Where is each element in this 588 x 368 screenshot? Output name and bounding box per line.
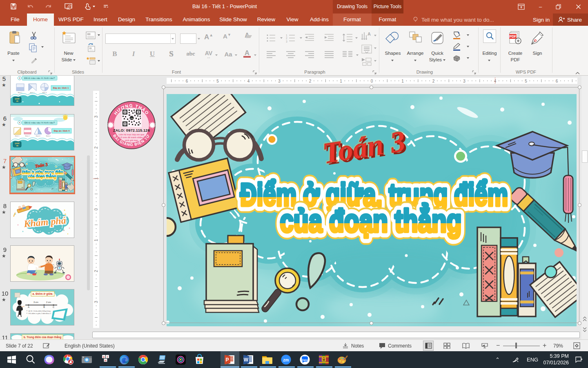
svg-text:Đã tô màu vào ⅕ hình nào?: Đã tô màu vào ⅕ hình nào? (24, 77, 56, 79)
svg-text:B là điểm ở giữa 2 điểm A và C: B là điểm ở giữa 2 điểm A và C (29, 312, 51, 314)
svg-text:Liên hệ trực tiếp em qua: Liên hệ trực tiếp em qua (119, 133, 145, 136)
svg-text:B: B (43, 306, 45, 308)
svg-text:3 cm: 3 cm (33, 301, 38, 303)
svg-text:VỀ: VỀ (16, 145, 18, 147)
svg-text:P: P (225, 357, 229, 363)
svg-text:PDF: PDF (510, 34, 517, 38)
svg-text:0: 0 (371, 79, 373, 83)
svg-text:QUAY: QUAY (15, 142, 20, 144)
svg-text:n: n (105, 359, 106, 362)
svg-text:ZALO: 0972.115.126: ZALO: 0972.115.126 (113, 128, 150, 132)
svg-text:2 cm: 2 cm (46, 301, 51, 303)
svg-text:4: 4 (247, 79, 250, 83)
svg-text:3: 3 (94, 115, 98, 118)
svg-text:1: 1 (401, 79, 404, 83)
svg-text:Hình 2: Hình 2 (25, 135, 29, 137)
svg-text:Zalo: Zalo (130, 118, 133, 119)
svg-text:b. Trung điểm của đoạn thẳng: b. Trung điểm của đoạn thẳng (24, 335, 61, 339)
svg-text:QUAY: QUAY (15, 98, 20, 100)
svg-text:A: A (28, 306, 29, 308)
svg-text:4: 4 (19, 121, 20, 124)
svg-text:3: 3 (286, 40, 287, 43)
svg-text:5: 5 (525, 79, 527, 83)
svg-text:3: 3 (463, 79, 466, 83)
svg-text:1: 1 (340, 79, 342, 83)
svg-text:i: i (107, 355, 108, 358)
svg-text:2: 2 (94, 146, 98, 149)
svg-text:u: u (103, 355, 105, 358)
svg-text:Đáp án: Hình 1: Đáp án: Hình 1 (53, 87, 69, 89)
svg-text:Hình 3: Hình 3 (36, 135, 40, 137)
svg-text:a. Điểm ở giữa: a. Điểm ở giữa (33, 292, 53, 296)
svg-text:3: 3 (19, 77, 20, 79)
svg-text:A: A (368, 31, 371, 36)
svg-text:Zalo: Zalo (302, 358, 308, 362)
svg-text:Đã tô màu vào ⅓ hình nào?: Đã tô màu vào ⅓ hình nào? (24, 121, 55, 124)
svg-text:VỀ: VỀ (16, 100, 18, 102)
svg-text:C: C (53, 306, 54, 308)
svg-text:2: 2 (94, 270, 98, 272)
svg-text:nick giả mạo: nick giả mạo (125, 139, 138, 141)
svg-text:3: 3 (94, 301, 98, 303)
svg-text:2: 2 (286, 37, 287, 40)
svg-text:1: 1 (94, 177, 98, 180)
svg-text:0: 0 (94, 208, 98, 211)
svg-text:2: 2 (432, 79, 435, 83)
svg-text:6: 6 (556, 79, 558, 83)
svg-text:2: 2 (309, 79, 312, 83)
svg-text:Hình 4: Hình 4 (46, 135, 50, 137)
svg-text:A, B, C là ba điểm thẳng hàng: A, B, C là ba điểm thẳng hàng (29, 310, 50, 312)
svg-text:3: 3 (278, 79, 281, 83)
svg-text:zm: zm (283, 358, 289, 362)
svg-text:1: 1 (94, 239, 98, 241)
svg-text:6: 6 (186, 79, 188, 83)
svg-text:W: W (244, 357, 249, 363)
svg-text:Hình 1: Hình 1 (15, 135, 19, 137)
svg-text:ZALO trên để tránh nhầm lẫn: ZALO trên để tránh nhầm lẫn (116, 136, 147, 139)
svg-text:5: 5 (216, 79, 219, 83)
svg-text:Đáp án: Hình 4: Đáp án: Hình 4 (54, 130, 70, 132)
svg-text:1: 1 (286, 34, 287, 37)
